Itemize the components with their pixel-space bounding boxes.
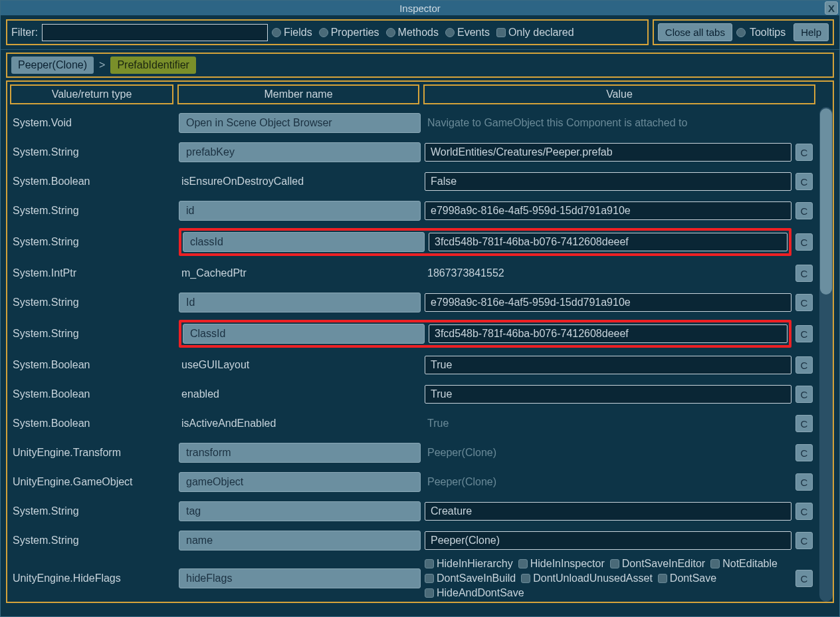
- member-button[interactable]: tag: [179, 501, 421, 521]
- filter-checks: Fields Properties Methods Events Only de…: [272, 27, 578, 39]
- header-value: Value: [423, 84, 815, 104]
- value-input[interactable]: [425, 502, 791, 521]
- member-cell: hideFlags: [179, 568, 421, 588]
- value-cell: [425, 143, 791, 162]
- events-check[interactable]: [445, 28, 455, 37]
- table-row: System.VoidOpen in Scene Object BrowserN…: [9, 108, 815, 138]
- type-cell: System.String: [11, 236, 175, 248]
- flag-item: NotEditable: [710, 558, 778, 570]
- flag-check[interactable]: [610, 559, 619, 568]
- member-cell: tag: [179, 501, 421, 521]
- scrollbar-thumb[interactable]: [820, 108, 832, 295]
- flag-item: HideInHierarchy: [425, 558, 513, 570]
- copy-button[interactable]: C: [795, 294, 813, 311]
- flag-label: DontSaveInBuild: [437, 572, 516, 584]
- flag-check[interactable]: [521, 574, 530, 583]
- member-button[interactable]: name: [179, 531, 421, 551]
- copy-button[interactable]: C: [795, 356, 813, 374]
- value-input[interactable]: [425, 385, 791, 404]
- crumb-root[interactable]: Peeper(Clone): [11, 57, 94, 74]
- tooltips-check[interactable]: [736, 28, 746, 37]
- member-button[interactable]: id: [179, 201, 421, 221]
- table-row: System.StringprefabKeyC: [9, 138, 815, 167]
- value-input[interactable]: [425, 172, 791, 191]
- flag-check[interactable]: [425, 588, 434, 598]
- member-button[interactable]: ClassId: [183, 324, 425, 344]
- member-button[interactable]: Open in Scene Object Browser: [179, 113, 421, 133]
- type-cell: System.String: [11, 328, 175, 340]
- value-input[interactable]: [425, 143, 791, 162]
- flag-check[interactable]: [425, 559, 434, 568]
- copy-button[interactable]: C: [795, 473, 813, 491]
- type-cell: System.String: [11, 297, 175, 308]
- copy-button[interactable]: C: [795, 202, 813, 219]
- member-button[interactable]: hideFlags: [179, 568, 421, 588]
- value-text: Peeper(Clone): [425, 447, 791, 459]
- highlight-box: classId: [179, 228, 791, 256]
- close-all-tabs-button[interactable]: Close all tabs: [658, 23, 732, 41]
- member-cell: Open in Scene Object Browser: [179, 113, 421, 133]
- filter-input[interactable]: [42, 24, 268, 41]
- member-button[interactable]: prefabKey: [179, 142, 421, 162]
- value-cell: HideInHierarchyHideInInspectorDontSaveIn…: [425, 558, 791, 599]
- copy-button[interactable]: C: [795, 144, 813, 161]
- value-input[interactable]: [429, 233, 788, 251]
- value-input[interactable]: [425, 201, 791, 220]
- value-cell: [425, 293, 791, 312]
- value-input[interactable]: [425, 293, 791, 312]
- copy-button[interactable]: C: [795, 415, 813, 432]
- copy-button[interactable]: C: [795, 233, 813, 251]
- table-row: System.StringClassIdC: [9, 317, 815, 350]
- flag-item: DontSaveInBuild: [425, 572, 516, 584]
- type-cell: System.Boolean: [11, 418, 175, 430]
- copy-button[interactable]: C: [795, 265, 813, 282]
- flag-label: NotEditable: [722, 558, 778, 570]
- member-button[interactable]: Id: [179, 293, 421, 312]
- flag-check[interactable]: [710, 559, 720, 568]
- member-button[interactable]: transform: [179, 443, 421, 463]
- scrollbar[interactable]: [819, 107, 833, 602]
- help-button[interactable]: Help: [793, 23, 829, 41]
- flag-check[interactable]: [425, 574, 434, 583]
- table-row: System.IntPtrm_CachedPtr1867373841552C: [9, 259, 815, 288]
- value-input[interactable]: [425, 531, 791, 550]
- flag-label: HideInInspector: [530, 558, 605, 570]
- properties-check[interactable]: [319, 28, 328, 37]
- member-cell: isActiveAndEnabled: [179, 414, 421, 433]
- copy-button[interactable]: C: [795, 173, 813, 190]
- copy-button[interactable]: C: [795, 444, 813, 461]
- member-cell: enabled: [179, 385, 421, 404]
- flag-check[interactable]: [518, 559, 528, 568]
- toolbar: Filter: Fields Properties Methods Events…: [1, 15, 839, 50]
- flag-check[interactable]: [658, 574, 667, 583]
- crumb-current[interactable]: PrefabIdentifier: [110, 57, 196, 74]
- member-button[interactable]: classId: [183, 232, 425, 252]
- member-button[interactable]: gameObject: [179, 472, 421, 492]
- methods-check[interactable]: [386, 28, 395, 37]
- copy-button[interactable]: C: [795, 503, 813, 520]
- copy-button[interactable]: C: [795, 570, 813, 587]
- header-type: Value/return type: [10, 84, 173, 104]
- flag-label: DontUnloadUnusedAsset: [533, 572, 653, 584]
- value-input[interactable]: [429, 324, 788, 343]
- table-row: System.BooleanisActiveAndEnabledTrueC: [9, 409, 815, 438]
- value-cell: [425, 385, 791, 404]
- member-cell: isEnsureOnDestroyCalled: [179, 172, 421, 191]
- member-text: enabled: [179, 385, 421, 404]
- copy-button[interactable]: C: [795, 532, 813, 549]
- table-row: System.BooleanisEnsureOnDestroyCalledC: [9, 167, 815, 196]
- value-cell: [429, 324, 788, 343]
- type-cell: System.String: [11, 146, 175, 158]
- copy-button[interactable]: C: [795, 386, 813, 403]
- member-cell: useGUILayout: [179, 356, 421, 374]
- only-declared-check[interactable]: [496, 28, 506, 37]
- member-cell: id: [179, 201, 421, 221]
- copy-button[interactable]: C: [795, 325, 813, 342]
- value-cell: True: [425, 418, 791, 430]
- type-cell: System.IntPtr: [11, 267, 175, 279]
- fields-check[interactable]: [272, 28, 281, 37]
- value-cell: [429, 233, 788, 251]
- close-button[interactable]: X: [825, 1, 838, 15]
- value-input[interactable]: [425, 356, 791, 374]
- flag-label: DontSaveInEditor: [622, 558, 705, 570]
